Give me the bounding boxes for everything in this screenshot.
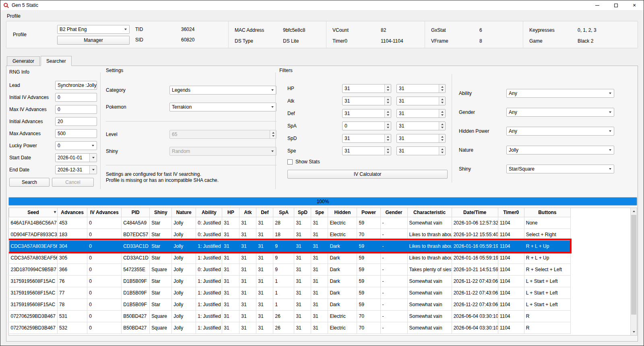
column-header-power[interactable]: Power — [357, 208, 380, 217]
scroll-down-button[interactable] — [631, 329, 637, 335]
table-cell: 2026-10-21 14:51:59 — [452, 264, 498, 275]
atk-min-spinbox[interactable]: 31 — [342, 97, 391, 105]
spin-value: 31 — [345, 98, 350, 104]
spin-down-icon — [441, 139, 444, 141]
spinner-buttons[interactable] — [384, 134, 391, 142]
table-cell: 2026-10-06 12:57:32 — [452, 217, 498, 229]
table-row[interactable]: 31759195608F15AC780D1B5B09FStarJolly1: J… — [9, 299, 571, 310]
column-header-iv-advances[interactable]: IV Advances — [87, 208, 122, 217]
spe-max-spinbox[interactable]: 31 — [396, 146, 446, 155]
minimize-button[interactable] — [588, 0, 607, 10]
spinner-buttons[interactable] — [384, 147, 391, 155]
spinner-buttons[interactable] — [439, 122, 445, 130]
ability-select[interactable]: Any — [506, 89, 614, 98]
tab-generator[interactable]: Generator — [7, 56, 40, 66]
timer0-value: 1104-1104 — [381, 38, 425, 44]
scroll-down-icon — [633, 331, 635, 333]
table-cell: 31 — [256, 275, 273, 287]
scroll-up-button[interactable] — [631, 208, 637, 214]
manager-button[interactable]: Manager — [57, 36, 130, 45]
table-row[interactable]: CDC3A57A803EAF563050CD33AC1DStarJolly1: … — [9, 252, 571, 264]
column-header-buttons[interactable]: Buttons — [524, 208, 570, 217]
vertical-scrollbar[interactable] — [630, 208, 637, 335]
spinner-buttons[interactable] — [439, 147, 445, 155]
column-header-spa[interactable]: SpA — [273, 208, 294, 217]
table-row[interactable]: 23D1870994C9B5B736605472355ESquareJolly0… — [9, 264, 571, 275]
table-row[interactable]: 31759195608F15AC760D1B5B09FStarJolly1: J… — [9, 275, 571, 287]
table-row[interactable]: 072706259BD3B4675320B50BD427SquareJolly1… — [9, 322, 571, 334]
column-header-spe[interactable]: Spe — [311, 208, 328, 217]
column-header-hidden[interactable]: Hidden — [328, 208, 357, 217]
spin-value: 31 — [399, 148, 404, 154]
filter-shiny-select[interactable]: Star/Square — [506, 165, 614, 173]
column-header-gender[interactable]: Gender — [380, 208, 407, 217]
spinner-buttons[interactable] — [384, 97, 391, 105]
end-date-input[interactable]: 2026-12-31 — [55, 165, 97, 174]
spa-max-spinbox[interactable]: 31 — [396, 122, 446, 130]
column-header-seed[interactable]: Seed▾ — [9, 208, 58, 217]
spinner-buttons[interactable] — [384, 122, 391, 130]
tab-searcher[interactable]: Searcher — [41, 56, 72, 66]
max-iv-advances-input[interactable]: 0 — [55, 105, 97, 114]
column-header-spd[interactable]: SpD — [294, 208, 311, 217]
lead-select[interactable]: Synchronize :Jolly — [55, 81, 97, 90]
maximize-button[interactable] — [607, 0, 625, 10]
table-row[interactable]: 072706259BD3B4675310B50BD427SquareJolly1… — [9, 310, 571, 322]
atk-max-spinbox[interactable]: 31 — [396, 97, 446, 105]
column-header-characteristic[interactable]: Characteristic — [407, 208, 452, 217]
column-header-hp[interactable]: HP — [222, 208, 239, 217]
column-header-date-time[interactable]: Date/Time — [452, 208, 498, 217]
show-stats-checkbox[interactable] — [287, 159, 293, 165]
column-header-def[interactable]: Def — [256, 208, 273, 217]
table-cell: 1: Justified — [196, 275, 222, 287]
max-advances-input[interactable]: 500 — [55, 129, 97, 138]
gender-select[interactable]: Any — [506, 108, 614, 117]
nature-select[interactable]: Jolly — [506, 146, 614, 154]
scrollbar-thumb[interactable] — [631, 215, 636, 315]
column-header-shiny[interactable]: Shiny — [150, 208, 172, 217]
column-header-timer0[interactable]: Timer0 — [498, 208, 524, 217]
spinner-buttons[interactable] — [439, 134, 445, 142]
spinner-buttons[interactable] — [384, 109, 391, 117]
spinner-buttons[interactable] — [439, 97, 445, 105]
initial-iv-advances-input[interactable]: 0 — [55, 93, 97, 102]
hidden-power-select[interactable]: Any — [506, 127, 614, 136]
hp-max-spinbox[interactable]: 31 — [396, 84, 446, 93]
sort-indicator: ▾ — [54, 210, 56, 214]
spa-min-spinbox[interactable]: 0 — [342, 122, 391, 130]
table-row[interactable]: 646A1FA14B6C56A74530C484A5A9StarJolly0: … — [9, 217, 571, 229]
def-min-spinbox[interactable]: 31 — [342, 109, 391, 118]
search-button[interactable]: Search — [9, 178, 50, 187]
spinner-buttons[interactable] — [439, 84, 445, 93]
table-cell: 31 — [239, 217, 256, 229]
table-cell: - — [380, 264, 407, 275]
column-header-nature[interactable]: Nature — [172, 208, 196, 217]
iv-calculator-button[interactable]: IV Calculator — [287, 170, 448, 179]
initial-advances-input[interactable]: 20 — [55, 117, 97, 126]
lucky-power-select[interactable]: 0 — [55, 141, 97, 150]
spin-up-icon — [441, 148, 444, 150]
spinner-buttons[interactable] — [439, 109, 445, 117]
column-header-atk[interactable]: Atk — [239, 208, 256, 217]
gender-value: Any — [509, 109, 517, 115]
spe-min-spinbox[interactable]: 31 — [342, 146, 391, 155]
hp-min-spinbox[interactable]: 31 — [342, 84, 391, 93]
table-cell: Star — [150, 287, 172, 299]
column-header-advances[interactable]: Advances — [58, 208, 87, 217]
spd-max-spinbox[interactable]: 31 — [396, 134, 446, 143]
table-row[interactable]: 31759195608F15AC770D1B5B09FStarJolly1: J… — [9, 287, 571, 299]
keypresses-label: Keypresses — [529, 27, 578, 33]
pokemon-select[interactable]: Terrakion — [169, 103, 277, 111]
column-header-pid[interactable]: PID — [122, 208, 150, 217]
close-button[interactable]: × — [625, 0, 644, 10]
category-select[interactable]: Legends — [169, 86, 277, 95]
profile-select[interactable]: B2 Phat Eng — [57, 25, 130, 34]
column-header-ability[interactable]: Ability — [196, 208, 222, 217]
spd-min-spinbox[interactable]: 31 — [342, 134, 391, 143]
def-max-spinbox[interactable]: 31 — [396, 109, 446, 118]
table-row[interactable]: 0D904F7ADF8933C31830BD7EDC57StarJolly0: … — [9, 229, 571, 240]
spinner-buttons[interactable] — [384, 84, 391, 93]
start-date-input[interactable]: 2026-01-01 — [55, 153, 97, 162]
settings-title: Settings — [106, 68, 123, 73]
table-row[interactable]: CDC3A57A803EAF563040CD33AC1DStarJolly1: … — [9, 240, 571, 252]
